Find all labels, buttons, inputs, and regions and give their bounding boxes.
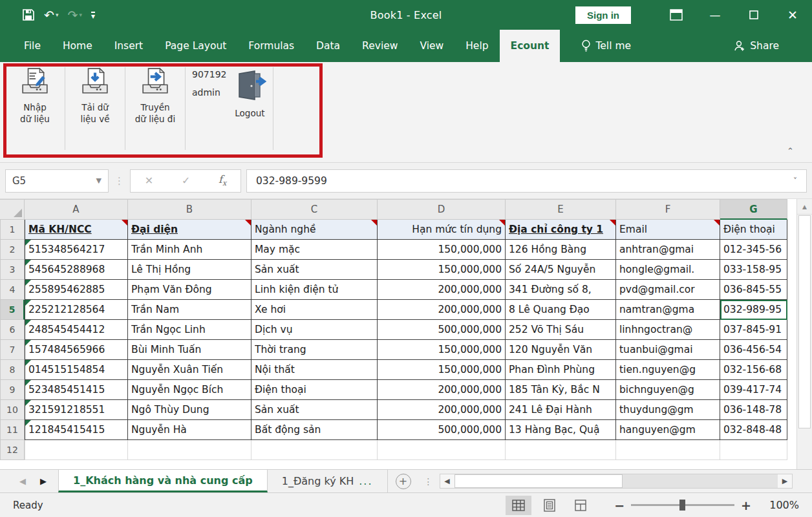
ribbon-button-send-data[interactable]: Truyềndữ liệu đi <box>132 67 178 125</box>
cell-E12[interactable] <box>506 440 616 460</box>
share-tab[interactable]: Share <box>723 30 790 62</box>
expand-formula-bar-icon[interactable]: ˅ <box>793 176 797 185</box>
cell-A7[interactable]: 157484565966 <box>25 340 128 360</box>
ribbon-tab-formulas[interactable]: Formulas <box>237 30 305 62</box>
cell-D6[interactable]: 500,000,000 <box>378 320 506 340</box>
row-header-11[interactable]: 11 <box>0 420 25 440</box>
cell-A4[interactable]: 255895462885 <box>25 280 128 300</box>
tell-me-tab[interactable]: Tell me <box>570 30 642 62</box>
cell-F10[interactable]: thuydung@gm <box>616 400 720 420</box>
cell-G7[interactable]: 036-456-54 <box>720 340 787 360</box>
cell-B12[interactable] <box>128 440 251 460</box>
cell-G5[interactable]: 032-989-95 <box>720 300 787 320</box>
column-header-E[interactable]: E <box>506 199 616 220</box>
cell-A9[interactable]: 523485451415 <box>25 380 128 400</box>
cell-B11[interactable]: Nguyễn Hà <box>128 420 251 440</box>
ribbon-tab-ecount[interactable]: Ecount <box>500 30 561 62</box>
cell-C4[interactable]: Linh kiện điện tử <box>251 280 378 300</box>
cell-C7[interactable]: Thời trang <box>251 340 378 360</box>
cell-G1[interactable]: Điện thoại <box>720 220 787 240</box>
cell-E11[interactable]: 13 Hàng Bạc, Quậ <box>506 420 616 440</box>
row-header-9[interactable]: 9 <box>0 380 25 400</box>
cell-C8[interactable]: Nội thất <box>251 360 378 380</box>
formula-input[interactable]: 032-989-9599 ˅ <box>246 169 807 193</box>
cell-C11[interactable]: Bất động sản <box>251 420 378 440</box>
name-box[interactable]: G5 ▼ <box>5 169 109 193</box>
cell-E9[interactable]: 185 Tân Kỳ, Bắc N <box>506 380 616 400</box>
horizontal-scroll-thumb[interactable] <box>454 474 623 488</box>
redo-button[interactable]: ↷▾ <box>67 8 81 22</box>
sheet-tab-2[interactable]: 1_Đăng ký KH... <box>268 470 388 492</box>
cell-F7[interactable]: tuanbui@gmai <box>616 340 720 360</box>
select-all-button[interactable] <box>0 199 25 220</box>
cell-C12[interactable] <box>251 440 378 460</box>
scroll-right-icon[interactable]: ▶ <box>778 474 792 488</box>
row-header-6[interactable]: 6 <box>0 320 25 340</box>
row-header-10[interactable]: 10 <box>0 400 25 420</box>
maximize-button[interactable] <box>734 4 773 26</box>
cell-F6[interactable]: linhngoctran@ <box>616 320 720 340</box>
cell-F5[interactable]: namtran@gma <box>616 300 720 320</box>
cell-D2[interactable]: 150,000,000 <box>378 240 506 260</box>
undo-button[interactable]: ↶▾ <box>44 8 58 22</box>
cell-G2[interactable]: 012-345-56 <box>720 240 787 260</box>
cell-E10[interactable]: 241 Lê Đại Hành <box>506 400 616 420</box>
cell-A2[interactable]: 515348564217 <box>25 240 128 260</box>
scroll-up-icon[interactable]: ▲ <box>797 199 812 215</box>
cell-F1[interactable]: Email <box>616 220 720 240</box>
name-box-dropdown-icon[interactable]: ▼ <box>96 176 102 185</box>
cell-B3[interactable]: Lê Thị Hồng <box>128 260 251 280</box>
zoom-level[interactable]: 100% <box>765 499 799 511</box>
save-icon[interactable] <box>22 8 35 21</box>
cell-D12[interactable] <box>378 440 506 460</box>
ribbon-tab-home[interactable]: Home <box>52 30 103 62</box>
cell-F9[interactable]: bichnguyen@g <box>616 380 720 400</box>
ribbon-tab-insert[interactable]: Insert <box>103 30 154 62</box>
sign-in-button[interactable]: Sign in <box>575 6 631 24</box>
insert-function-icon[interactable]: fx <box>219 173 226 187</box>
normal-view-button[interactable] <box>506 496 531 515</box>
sheet-nav-left-icon[interactable]: ◀ <box>19 476 26 486</box>
cell-B2[interactable]: Trần Minh Anh <box>128 240 251 260</box>
cell-D11[interactable]: 500,000,000 <box>378 420 506 440</box>
cell-F8[interactable]: tien.nguyen@g <box>616 360 720 380</box>
cell-E7[interactable]: 120 Nguyễn Văn <box>506 340 616 360</box>
cell-C3[interactable]: Sản xuất <box>251 260 378 280</box>
row-header-7[interactable]: 7 <box>0 340 25 360</box>
cell-A8[interactable]: 014515154854 <box>25 360 128 380</box>
confirm-entry-icon[interactable]: ✓ <box>182 174 190 187</box>
row-header-8[interactable]: 8 <box>0 360 25 380</box>
zoom-slider-track[interactable] <box>631 504 734 506</box>
row-header-2[interactable]: 2 <box>0 240 25 260</box>
cell-D3[interactable]: 150,000,000 <box>378 260 506 280</box>
cell-A12[interactable] <box>25 440 128 460</box>
row-header-1[interactable]: 1 <box>0 220 25 240</box>
cell-F12[interactable] <box>616 440 720 460</box>
cell-F4[interactable]: pvd@gmail.cor <box>616 280 720 300</box>
row-header-4[interactable]: 4 <box>0 280 25 300</box>
vertical-scroll-thumb[interactable] <box>798 215 811 428</box>
minimize-button[interactable]: — <box>696 4 734 26</box>
cell-A1[interactable]: Mã KH/NCC <box>25 220 128 240</box>
cell-G10[interactable]: 036-148-78 <box>720 400 787 420</box>
collapse-ribbon-icon[interactable]: ⌃ <box>787 146 794 156</box>
close-button[interactable]: ✕ <box>773 4 812 26</box>
cell-E4[interactable]: 341 Đường số 8, <box>506 280 616 300</box>
cell-B9[interactable]: Nguyễn Ngọc Bích <box>128 380 251 400</box>
page-layout-view-button[interactable] <box>537 496 562 515</box>
zoom-slider-thumb[interactable] <box>679 500 685 511</box>
cell-B7[interactable]: Bùi Minh Tuấn <box>128 340 251 360</box>
ribbon-tab-view[interactable]: View <box>409 30 454 62</box>
vertical-scrollbar[interactable]: ▲ <box>796 199 812 469</box>
cell-G8[interactable]: 032-156-68 <box>720 360 787 380</box>
cell-C5[interactable]: Xe hơi <box>251 300 378 320</box>
cell-D7[interactable]: 150,000,000 <box>378 340 506 360</box>
cell-E3[interactable]: Số 24A/5 Nguyễn <box>506 260 616 280</box>
ribbon-display-options-icon[interactable] <box>657 4 696 26</box>
cell-G6[interactable]: 037-845-91 <box>720 320 787 340</box>
cell-D10[interactable]: 200,000,000 <box>378 400 506 420</box>
cell-A3[interactable]: 545645288968 <box>25 260 128 280</box>
column-header-C[interactable]: C <box>251 199 378 220</box>
cell-D9[interactable]: 200,000,000 <box>378 380 506 400</box>
cell-C6[interactable]: Dịch vụ <box>251 320 378 340</box>
